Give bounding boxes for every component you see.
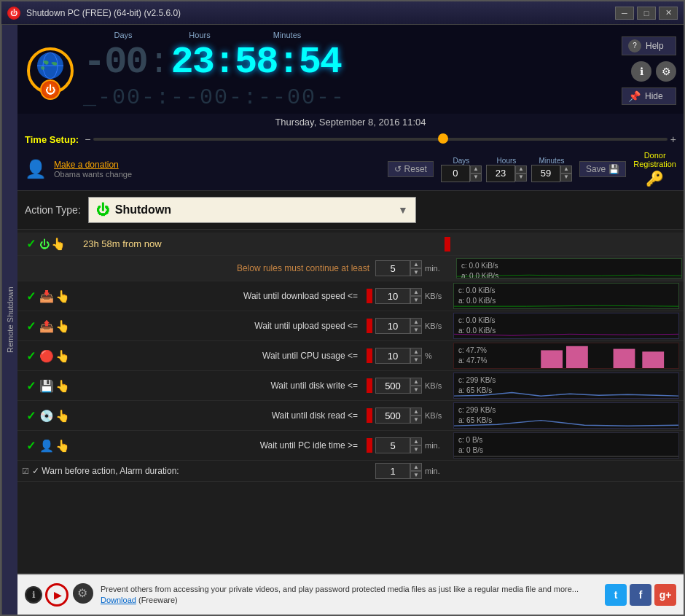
action-select-inner: ⏻ Shutdown	[96, 203, 171, 218]
minutes-down[interactable]: ▼	[560, 174, 572, 182]
upload-icon: 📤	[39, 319, 54, 333]
clock-labels: Days Hours Minutes	[83, 31, 614, 39]
warn-input[interactable]	[375, 463, 410, 479]
days-up[interactable]: ▲	[470, 165, 482, 174]
idle-up[interactable]: ▲	[410, 437, 422, 445]
clock-sep-1: :	[149, 43, 170, 82]
hours-input[interactable]	[486, 165, 515, 182]
diskread-unit: KB/s	[425, 411, 450, 420]
upload-value-cell: ▲ ▼ KB/s	[375, 318, 450, 334]
power-button[interactable]: ⏻	[40, 79, 60, 100]
timer-icons: ⏻ 👆	[39, 237, 83, 251]
slider-plus: +	[670, 133, 676, 145]
download-up[interactable]: ▲	[410, 288, 422, 296]
dw-graph-a: a: 65 KB/s	[458, 386, 674, 396]
warn-up[interactable]: ▲	[410, 463, 422, 471]
title-text: Shutdown PC (FREE) (64-bit) (v2.5.6.0)	[26, 8, 615, 18]
close-button[interactable]: ✕	[659, 7, 678, 20]
facebook-button[interactable]: f	[630, 584, 651, 606]
cpu-value-cell: ▲ ▼ %	[375, 348, 450, 364]
datetime-display: Thursday, September 8, 2016 11:04	[275, 117, 426, 128]
upload-label: Wait until upload speed <=	[83, 321, 364, 331]
hours-input-group: Hours ▲ ▼	[486, 157, 527, 182]
reset-button[interactable]: ↺ Reset	[388, 161, 434, 177]
min-graph-area: c: 0.0 KiB/s a: 0.0 KiB/s	[453, 258, 679, 278]
play-button[interactable]: ▶	[45, 583, 68, 607]
min-duration-up[interactable]: ▲	[410, 260, 422, 268]
upload-spinner: ▲ ▼	[410, 318, 422, 334]
diskread-down[interactable]: ▼	[410, 416, 422, 424]
minimize-button[interactable]: ─	[615, 7, 634, 20]
download-value-cell: ▲ ▼ KB/s	[375, 288, 450, 304]
min-duration-input[interactable]	[375, 260, 410, 276]
time-setup-row: Time Setup: − +	[17, 130, 684, 148]
slider-thumb[interactable]	[438, 133, 448, 144]
google-button[interactable]: g+	[654, 584, 676, 606]
slider-track[interactable]	[93, 138, 667, 141]
social-icons: t f g+	[605, 584, 676, 606]
idle-unit: min.	[425, 441, 450, 450]
diskwrite-down[interactable]: ▼	[410, 386, 422, 394]
download-unit: KB/s	[425, 292, 450, 300]
twitter-button[interactable]: t	[605, 584, 627, 606]
diskread-input[interactable]	[375, 408, 410, 424]
minutes-input[interactable]	[531, 165, 560, 182]
idle-down[interactable]: ▼	[410, 445, 422, 453]
min-duration-spinner: ▲ ▼	[410, 260, 422, 276]
download-down[interactable]: ▼	[410, 296, 422, 304]
info-button[interactable]: ℹ	[631, 61, 651, 82]
diskread-up[interactable]: ▲	[410, 408, 422, 416]
diskread-icons: 💿 👆	[39, 409, 83, 423]
clock-row2: _-00-:--00-:--00--	[83, 85, 614, 110]
help-icon: ?	[628, 39, 641, 52]
days-label: Days	[90, 31, 156, 39]
download-spinner: ▲ ▼	[410, 288, 422, 304]
dr-graph-c: c: 299 KB/s	[458, 405, 674, 416]
minutes-spinner: ▲ ▼	[560, 165, 572, 182]
donation-link[interactable]: Make a donation	[54, 160, 380, 170]
upload-input[interactable]	[375, 318, 410, 334]
min-duration-down[interactable]: ▼	[410, 268, 422, 276]
hide-button[interactable]: 📌 Hide	[622, 87, 676, 105]
diskread-spinner: ▲ ▼	[410, 408, 422, 424]
diskwrite-up[interactable]: ▲	[410, 378, 422, 386]
min-duration-value-cell: ▲ ▼ min.	[375, 260, 450, 276]
warn-checkbox-icon[interactable]: ☑	[22, 467, 29, 476]
help-button[interactable]: ? Help	[622, 36, 676, 55]
warn-down[interactable]: ▼	[410, 471, 422, 479]
ad-download-link[interactable]: Download	[101, 596, 136, 604]
settings-button[interactable]: ⚙	[656, 61, 676, 82]
ul-graph-c: c: 0.0 KiB/s	[458, 316, 674, 326]
idle-value-cell: ▲ ▼ min.	[375, 437, 450, 453]
cpu-up[interactable]: ▲	[410, 348, 422, 356]
cpu-graph-c: c: 47.7%	[458, 346, 674, 356]
ad-bar: ℹ ▶ ⚙ Prevent others from accessing your…	[17, 574, 684, 615]
minutes-input-group: Minutes ▲ ▼	[531, 157, 572, 182]
days-down[interactable]: ▼	[470, 174, 482, 182]
diskwrite-input[interactable]	[375, 378, 410, 394]
upload-down[interactable]: ▼	[410, 326, 422, 334]
rule-row-upload: ✓ 📤 👆 Wait until upload speed <= ▲ ▼	[17, 311, 684, 341]
maximize-button[interactable]: □	[637, 7, 656, 20]
diskwrite-inner: c: 299 KB/s a: 65 KB/s	[454, 373, 678, 398]
idle-check: ✓	[22, 439, 39, 453]
title-bar: ⏻ Shutdown PC (FREE) (64-bit) (v2.5.6.0)…	[1, 1, 684, 25]
donor-button[interactable]: DonorRegistration 🔑	[633, 151, 676, 187]
help-label: Help	[646, 41, 664, 51]
idle-input[interactable]	[375, 437, 410, 453]
minutes-up[interactable]: ▲	[560, 165, 572, 174]
action-select[interactable]: ⏻ Shutdown ▼	[88, 197, 416, 223]
days-input[interactable]	[441, 165, 470, 182]
download-input[interactable]	[375, 288, 410, 304]
ad-link-suffix: (Freeware)	[138, 596, 178, 604]
upload-up[interactable]: ▲	[410, 318, 422, 326]
cpu-down[interactable]: ▼	[410, 356, 422, 364]
hours-up[interactable]: ▲	[515, 165, 527, 174]
hours-down[interactable]: ▼	[515, 174, 527, 182]
diskwrite-label: Wait until disk write <=	[83, 381, 364, 391]
cpu-input[interactable]	[375, 348, 410, 364]
save-button[interactable]: Save 💾	[579, 161, 626, 177]
app-icon: ⏻	[7, 7, 20, 20]
action-power-icon: ⏻	[96, 203, 109, 218]
idle-checkmark: ✓	[26, 439, 36, 453]
